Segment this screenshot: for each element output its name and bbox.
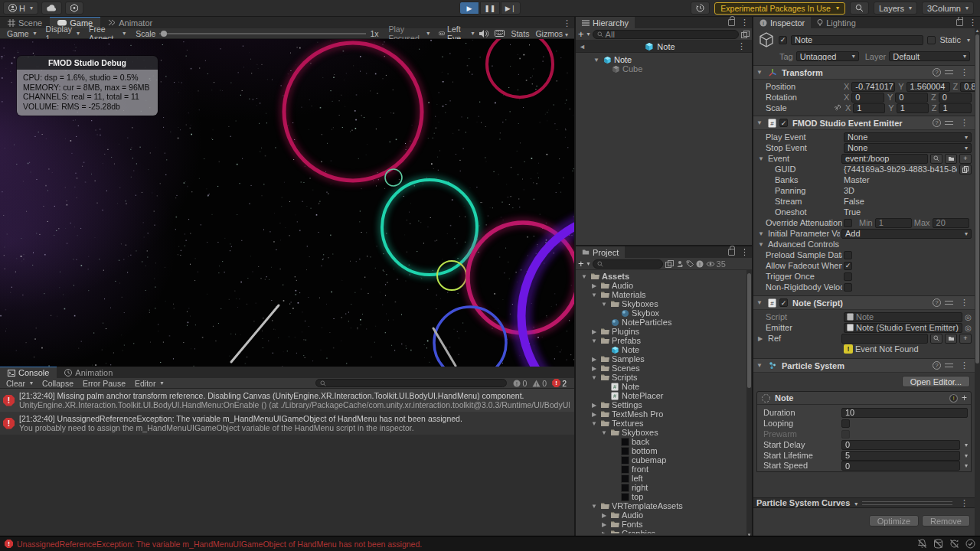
start-speed-field[interactable]: 0 bbox=[841, 461, 960, 471]
tab-inspector[interactable]: i Inspector bbox=[753, 17, 811, 28]
project-tree-item[interactable]: right bbox=[576, 483, 752, 492]
stop-event-dropdown[interactable]: None▾ bbox=[844, 143, 972, 153]
project-tree-item[interactable]: left bbox=[576, 474, 752, 483]
hidden-packages-count[interactable]: 35 bbox=[706, 259, 726, 269]
notifications-muted-icon[interactable] bbox=[917, 539, 927, 549]
gameobject-name-field[interactable]: Note bbox=[791, 35, 923, 45]
project-tree-item[interactable]: ▼Skyboxes bbox=[576, 299, 752, 308]
component-menu-icon[interactable]: ⋮ bbox=[957, 118, 972, 128]
module-info-icon[interactable]: ! bbox=[949, 394, 958, 403]
foldout-closed-icon[interactable]: ▶ bbox=[590, 365, 598, 372]
component-enabled-checkbox[interactable]: ✓ bbox=[779, 119, 788, 127]
experimental-packages-badge[interactable]: Experimental Packages In Use ▾ bbox=[714, 2, 845, 15]
tab-lighting[interactable]: Lighting bbox=[811, 17, 862, 28]
prewarm-checkbox[interactable] bbox=[841, 430, 850, 439]
cloud-button[interactable] bbox=[41, 2, 62, 15]
project-tree-item[interactable]: Skybox bbox=[576, 308, 752, 318]
foldout-open-icon[interactable]: ▼ bbox=[580, 273, 588, 280]
optimize-button[interactable]: Optimize bbox=[869, 515, 919, 527]
layout-dropdown[interactable]: 3Column ▾ bbox=[922, 2, 974, 15]
curves-menu-icon[interactable]: ⋮ bbox=[957, 498, 972, 508]
search-by-type-icon[interactable] bbox=[676, 260, 684, 268]
play-button[interactable]: ▶ bbox=[459, 2, 479, 15]
audio-mute-icon[interactable] bbox=[479, 30, 488, 37]
foldout-open-icon[interactable]: ▼ bbox=[593, 57, 600, 64]
start-lifetime-field[interactable]: 5 bbox=[841, 451, 960, 461]
layers-dropdown[interactable]: Layers ▾ bbox=[874, 2, 917, 15]
curve-dropdown-icon[interactable]: ▾ bbox=[965, 452, 968, 459]
component-menu-icon[interactable]: ⋮ bbox=[957, 360, 972, 370]
play-event-dropdown[interactable]: None▾ bbox=[844, 132, 972, 142]
project-tree-item[interactable]: ▼Skyboxes bbox=[576, 428, 752, 437]
project-tree-item[interactable]: ▶Graphics bbox=[576, 529, 752, 533]
scale-track[interactable] bbox=[159, 33, 366, 34]
foldout-closed-icon[interactable]: ▶ bbox=[590, 328, 598, 335]
project-tree-item[interactable]: ▶TextMesh Pro bbox=[576, 409, 752, 419]
duration-field[interactable]: 10 bbox=[841, 408, 968, 418]
import-log-icon[interactable]: ! bbox=[696, 260, 704, 268]
foldout-closed-icon[interactable]: ▶ bbox=[590, 402, 598, 409]
help-icon[interactable]: ? bbox=[933, 119, 941, 127]
console-search-input[interactable] bbox=[315, 379, 507, 387]
scale-z-field[interactable]: 1 bbox=[939, 103, 972, 113]
gameobject-cube-icon[interactable] bbox=[758, 31, 775, 48]
hierarchy-item-note[interactable]: ▼ Note bbox=[576, 55, 752, 64]
foldout-closed-icon[interactable]: ▶ bbox=[590, 356, 598, 363]
hierarchy-search-input[interactable]: All bbox=[593, 30, 739, 39]
gizmos-dropdown[interactable]: Gizmos▾ bbox=[535, 29, 568, 38]
ref-add-button[interactable]: + bbox=[959, 334, 972, 344]
foldout-open-icon[interactable]: ▼ bbox=[758, 241, 766, 248]
component-menu-icon[interactable]: ⋮ bbox=[957, 67, 972, 77]
scale-slider[interactable]: Scale 1x bbox=[131, 29, 383, 38]
scale-knob[interactable] bbox=[161, 31, 167, 37]
ref-search-button[interactable] bbox=[930, 334, 942, 344]
step-button[interactable]: ▶❘ bbox=[501, 2, 521, 15]
lock-icon[interactable] bbox=[728, 249, 735, 256]
game-panel-menu-icon[interactable]: ⋮ bbox=[560, 18, 574, 28]
open-in-new-icon[interactable] bbox=[665, 260, 674, 268]
global-search-button[interactable] bbox=[850, 2, 869, 15]
foldout-closed-icon[interactable]: ▶ bbox=[600, 530, 608, 534]
foldout-open-icon[interactable]: ▼ bbox=[590, 374, 598, 381]
curves-resize-grip[interactable] bbox=[862, 501, 952, 505]
panel-menu-icon[interactable]: ⋮ bbox=[965, 18, 980, 28]
start-delay-field[interactable]: 0 bbox=[841, 440, 960, 450]
project-tree-item[interactable]: back bbox=[576, 437, 752, 446]
non-rigidbody-velocity-checkbox[interactable] bbox=[844, 283, 852, 292]
foldout-open-icon[interactable]: ▼ bbox=[756, 299, 765, 306]
link-scale-icon[interactable] bbox=[833, 104, 841, 112]
project-tree-item[interactable]: ▶Plugins bbox=[576, 327, 752, 336]
foldout-closed-icon[interactable]: ▶ bbox=[600, 512, 608, 519]
component-menu-icon[interactable]: ⋮ bbox=[957, 298, 972, 308]
tab-hierarchy[interactable]: Hierarchy bbox=[576, 17, 635, 28]
project-scrollbar[interactable]: ▼ bbox=[746, 270, 752, 537]
preset-icon[interactable] bbox=[945, 299, 953, 306]
project-tree-item[interactable]: top bbox=[576, 492, 752, 501]
foldout-open-icon[interactable]: ▼ bbox=[758, 155, 766, 162]
play-focused-dropdown[interactable]: Play Focused▾ bbox=[385, 28, 434, 39]
foldout-open-icon[interactable]: ▼ bbox=[756, 69, 765, 76]
preset-icon[interactable] bbox=[945, 362, 953, 369]
scroll-up-icon[interactable]: ▲ bbox=[975, 28, 980, 33]
project-tree-item[interactable]: Note bbox=[576, 345, 752, 354]
console-editor-dropdown[interactable]: Editor▾ bbox=[130, 378, 168, 389]
layer-dropdown[interactable]: Default▾ bbox=[889, 51, 970, 61]
static-checkbox[interactable] bbox=[927, 36, 936, 44]
open-editor-button[interactable]: Open Editor... bbox=[902, 376, 970, 387]
allow-fadeout-checkbox[interactable]: ✓ bbox=[844, 262, 852, 270]
preload-sample-data-checkbox[interactable] bbox=[844, 251, 852, 259]
help-icon[interactable]: ? bbox=[933, 361, 941, 370]
preset-icon[interactable] bbox=[945, 119, 953, 126]
project-tree-item[interactable]: NoteParticles bbox=[576, 318, 752, 327]
tab-project[interactable]: Project bbox=[576, 246, 625, 258]
foldout-open-icon[interactable]: ▼ bbox=[600, 429, 608, 436]
note-script-header[interactable]: ▼ # ✓ Note (Script) ?⋮ bbox=[753, 295, 975, 310]
position-z-field[interactable]: 0.824388 bbox=[960, 82, 975, 92]
curve-dropdown-icon[interactable]: ▾ bbox=[965, 462, 968, 469]
scene-picker-icon[interactable] bbox=[741, 31, 750, 38]
foldout-open-icon[interactable]: ▼ bbox=[756, 362, 765, 369]
script-object-field[interactable]: Note bbox=[844, 312, 962, 322]
error-count[interactable]: ! 2 bbox=[552, 379, 567, 388]
sync-muted-icon[interactable] bbox=[949, 539, 959, 549]
console-entry[interactable]: ! [21:32:40] UnassignedReferenceExceptio… bbox=[0, 412, 574, 435]
